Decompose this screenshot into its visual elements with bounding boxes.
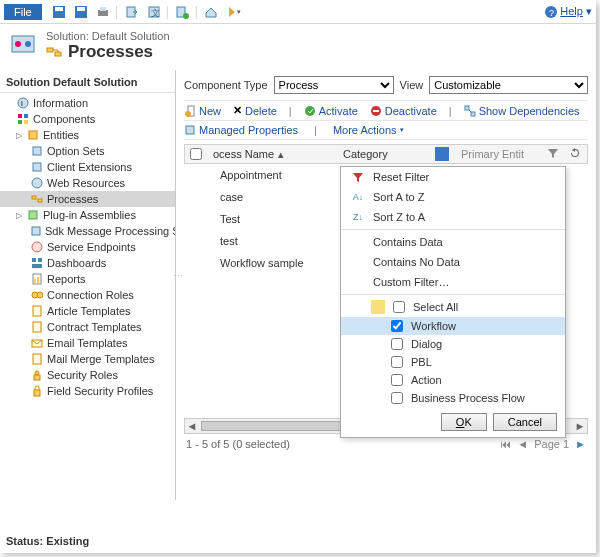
nav-article-templates[interactable]: Article Templates xyxy=(0,303,175,319)
nav-sdk-steps[interactable]: Sdk Message Processing S… xyxy=(0,223,175,239)
page-label: Page 1 xyxy=(534,438,569,450)
svg-point-50 xyxy=(185,111,191,117)
svg-rect-45 xyxy=(33,354,41,364)
svg-point-19 xyxy=(18,98,28,108)
solution-header: Solution: Default Solution Processes xyxy=(0,24,596,70)
managed-properties-button[interactable]: Managed Properties xyxy=(184,124,298,136)
filter-option-workflow[interactable]: Workflow xyxy=(341,317,565,335)
nav-web-resources[interactable]: Web Resources xyxy=(0,175,175,191)
grid-header: ocess Name▴ Category Primary Entit xyxy=(184,144,588,164)
nav-security-roles[interactable]: Security Roles xyxy=(0,367,175,383)
activate-button[interactable]: Activate xyxy=(304,105,358,117)
deactivate-button[interactable]: Deactivate xyxy=(370,105,437,117)
svg-rect-23 xyxy=(18,120,22,124)
filter-option-bpf[interactable]: Business Process Flow xyxy=(341,389,565,407)
svg-point-16 xyxy=(25,41,31,47)
nav-panel: Solution Default Solution iInformation C… xyxy=(0,70,176,500)
svg-point-11 xyxy=(183,13,189,19)
grid-checkall[interactable] xyxy=(185,148,207,160)
print-icon[interactable] xyxy=(95,4,111,20)
grid-col-primary-entity[interactable]: Primary Entit xyxy=(455,148,543,160)
nav-reports[interactable]: Reports xyxy=(0,271,175,287)
nav-processes[interactable]: Processes xyxy=(0,191,175,207)
svg-rect-35 xyxy=(38,258,42,262)
nav-client-extensions[interactable]: Client Extensions xyxy=(0,159,175,175)
scroll-left-icon[interactable]: ◄ xyxy=(185,419,199,433)
filter-custom[interactable]: Custom Filter… xyxy=(341,272,565,292)
svg-line-56 xyxy=(469,110,471,112)
nav-field-security[interactable]: Field Security Profiles xyxy=(0,383,175,399)
svg-rect-22 xyxy=(24,114,28,118)
svg-rect-55 xyxy=(471,112,475,116)
filter-active-icon[interactable] xyxy=(435,147,449,161)
filter-select-all[interactable]: Select All xyxy=(341,297,565,317)
new-button[interactable]: New xyxy=(184,105,221,117)
page-prev-icon[interactable]: ◄ xyxy=(517,438,528,450)
file-tab[interactable]: File xyxy=(4,4,42,20)
svg-rect-1 xyxy=(55,7,63,11)
column-filter-popup: Reset Filter A↓Sort A to Z Z↓Sort Z to A… xyxy=(340,166,566,438)
page-next-icon[interactable]: ► xyxy=(575,438,586,450)
view-label: View xyxy=(400,79,424,91)
nav-contract-templates[interactable]: Contract Templates xyxy=(0,319,175,335)
filter-sort-az[interactable]: A↓Sort A to Z xyxy=(341,187,565,207)
filter-option-action[interactable]: Action xyxy=(341,371,565,389)
svg-rect-21 xyxy=(18,114,22,118)
svg-point-51 xyxy=(305,106,315,116)
filter-contains-data[interactable]: Contains Data xyxy=(341,232,565,252)
home-icon[interactable] xyxy=(203,4,219,20)
nav-components[interactable]: Components xyxy=(0,111,175,127)
svg-rect-48 xyxy=(34,390,40,396)
save-close-icon[interactable] xyxy=(73,4,89,20)
delete-button[interactable]: ✕Delete xyxy=(233,104,277,117)
show-dependencies-button[interactable]: Show Dependencies xyxy=(464,105,580,117)
filter-reset[interactable]: Reset Filter xyxy=(341,167,565,187)
grid-col-name[interactable]: ocess Name▴ xyxy=(207,148,337,161)
svg-rect-47 xyxy=(34,375,40,380)
svg-text:i: i xyxy=(21,99,23,108)
help-label: Help xyxy=(560,5,583,17)
refresh-icon[interactable] xyxy=(569,147,583,161)
filter-icon[interactable] xyxy=(547,147,561,161)
svg-rect-43 xyxy=(33,322,41,332)
view-select[interactable]: Customizable xyxy=(429,76,588,94)
filter-contains-no-data[interactable]: Contains No Data xyxy=(341,252,565,272)
filter-cancel-button[interactable]: Cancel xyxy=(493,413,557,431)
svg-rect-25 xyxy=(29,131,37,139)
svg-point-41 xyxy=(37,292,43,298)
nav-option-sets[interactable]: Option Sets xyxy=(0,143,175,159)
nav-email-templates[interactable]: Email Templates xyxy=(0,335,175,351)
content-area: ⋮ Component Type Process View Customizab… xyxy=(176,70,596,500)
nav-information[interactable]: iInformation xyxy=(0,95,175,111)
svg-text:文: 文 xyxy=(151,8,160,18)
svg-point-33 xyxy=(32,242,42,252)
filter-sort-za[interactable]: Z↓Sort Z to A xyxy=(341,207,565,227)
filter-ok-button[interactable]: OK xyxy=(441,413,487,431)
page-first-icon[interactable]: ⏮ xyxy=(500,438,511,450)
nav-entities[interactable]: ▷Entities xyxy=(0,127,175,143)
nav-mailmerge-templates[interactable]: Mail Merge Templates xyxy=(0,351,175,367)
filter-option-dialog[interactable]: Dialog xyxy=(341,335,565,353)
scroll-right-icon[interactable]: ► xyxy=(573,419,587,433)
nav-connection-roles[interactable]: Connection Roles xyxy=(0,287,175,303)
svg-rect-36 xyxy=(32,264,42,268)
nav-service-endpoints[interactable]: Service Endpoints xyxy=(0,239,175,255)
actions-icon[interactable]: ▾ xyxy=(225,4,241,20)
grid-col-category[interactable]: Category xyxy=(337,147,455,161)
svg-rect-17 xyxy=(47,48,53,52)
export-icon[interactable] xyxy=(124,4,140,20)
filter-option-pbl[interactable]: PBL xyxy=(341,353,565,371)
svg-rect-18 xyxy=(55,52,61,56)
translate-icon[interactable]: 文 xyxy=(146,4,162,20)
page-title: Processes xyxy=(68,42,153,62)
nav-plugin-assemblies[interactable]: ▷Plug-in Assemblies xyxy=(0,207,175,223)
publish-icon[interactable] xyxy=(174,4,190,20)
svg-rect-30 xyxy=(38,199,42,202)
save-icon[interactable] xyxy=(51,4,67,20)
more-actions-button[interactable]: More Actions ▾ xyxy=(333,124,404,136)
component-type-select[interactable]: Process xyxy=(274,76,394,94)
nav-dashboards[interactable]: Dashboards xyxy=(0,255,175,271)
help-link[interactable]: ?Help ▾ xyxy=(544,5,592,19)
svg-rect-38 xyxy=(34,279,36,283)
command-bar: New ✕Delete | Activate Deactivate | Show… xyxy=(184,100,588,121)
